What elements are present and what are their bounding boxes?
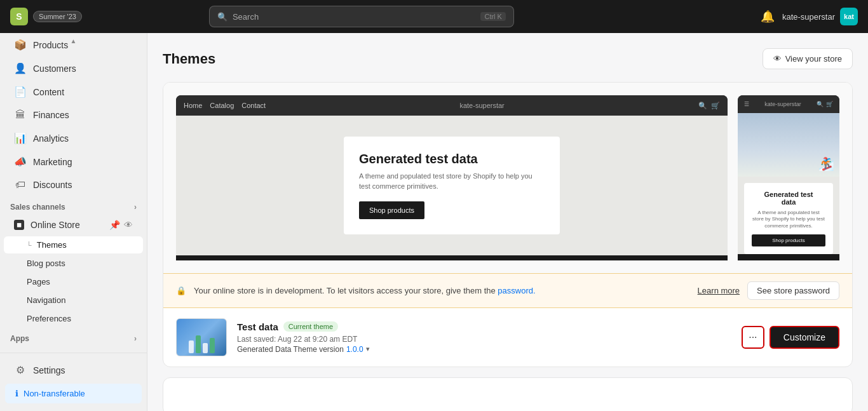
bar-2 [196, 335, 201, 353]
more-options-button[interactable]: ··· [742, 326, 764, 349]
mobile-menu-icon: ☰ [744, 101, 749, 107]
preview-mobile: ☰ kate-superstar 🔍 🛒 🏂 Genera [738, 95, 839, 260]
nontransferable-label: Non-transferable [24, 389, 85, 398]
finances-icon: 🏛 [14, 109, 27, 121]
sales-channels-expand-icon[interactable]: › [134, 203, 137, 212]
sales-channels-label: Sales channels [10, 203, 65, 212]
sidebar-sub-item-blog-posts[interactable]: Blog posts [4, 255, 143, 272]
bar-1 [189, 340, 194, 353]
sidebar-sub-item-preferences[interactable]: Preferences [4, 310, 143, 327]
theme-name-row: Test data Current theme [237, 321, 731, 332]
mobile-skier-icon: 🏂 [818, 156, 834, 172]
second-theme-card [163, 377, 853, 411]
mobile-cart-icon: 🛒 [826, 101, 833, 107]
preview-mobile-inner: Generated testdata A theme and populated… [744, 183, 833, 254]
version-dropdown-icon[interactable]: ▾ [366, 345, 370, 353]
main-content: Themes 👁 View your store Home Catalog Co… [147, 33, 868, 411]
sidebar-sub-item-themes[interactable]: └ Themes [4, 236, 143, 253]
preview-mobile-button: Shop products [752, 234, 825, 246]
sidebar-scroll-up[interactable]: ▲ [0, 33, 147, 48]
shopify-logo[interactable]: S Summer '23 [10, 8, 82, 25]
sidebar-item-marketing[interactable]: 📣 Marketing [4, 151, 143, 173]
see-password-button[interactable]: See store password [747, 281, 839, 300]
eye-icon[interactable]: 👁 [124, 220, 133, 230]
sidebar-sub-item-label: Navigation [27, 295, 65, 305]
settings-icon: ⚙ [14, 364, 27, 376]
password-link[interactable]: password. [498, 286, 535, 295]
sidebar-item-customers[interactable]: 👤 Customers [4, 57, 143, 79]
preview-site-name: kate-superstar [459, 102, 504, 109]
theme-saved: Last saved: Aug 22 at 9:20 am EDT [237, 335, 731, 344]
theme-version: Generated Data Theme version 1.0.0 ▾ [237, 345, 731, 354]
info-icon: ℹ [15, 389, 18, 398]
sidebar-item-analytics[interactable]: 📊 Analytics [4, 127, 143, 149]
summer-badge: Summer '23 [33, 11, 82, 22]
search-placeholder: Search [233, 12, 259, 22]
sidebar-item-finances[interactable]: 🏛 Finances [4, 104, 143, 126]
marketing-icon: 📣 [14, 156, 27, 168]
sidebar-item-label: Content [33, 87, 64, 97]
content-icon: 📄 [14, 86, 27, 98]
dev-banner-actions: Learn more See store password [698, 281, 839, 300]
mobile-site-name: kate-superstar [764, 101, 801, 107]
sidebar-sub-item-pages[interactable]: Pages [4, 273, 143, 290]
view-store-label: View your store [785, 54, 842, 64]
preview-mobile-bar: ☰ kate-superstar 🔍 🛒 [738, 95, 839, 113]
dev-banner-text: Your online store is in development. To … [194, 286, 690, 295]
user-chip[interactable]: kate-superstar kat [782, 8, 858, 25]
discounts-icon: 🏷 [14, 179, 27, 191]
theme-name: Test data [237, 321, 278, 332]
bar-4 [210, 338, 215, 353]
nav-contact: Contact [241, 102, 266, 109]
mobile-search-icon: 🔍 [817, 101, 824, 107]
preview-mobile-content: 🏂 Generated testdata A theme and populat… [738, 113, 839, 254]
sidebar-sub-item-navigation[interactable]: Navigation [4, 292, 143, 309]
sidebar-item-online-store[interactable]: ◼ Online Store 📌 👁 [4, 215, 143, 235]
version-link[interactable]: 1.0.0 [346, 345, 363, 354]
preview-shop-button: Shop products [359, 201, 424, 219]
top-navigation: S Summer '23 🔍 Search Ctrl K 🔔 kate-supe… [0, 0, 868, 33]
sidebar-item-settings[interactable]: ⚙ Settings [4, 359, 143, 381]
shopify-icon: S [10, 8, 28, 25]
username-label: kate-superstar [782, 12, 835, 22]
theme-card: Home Catalog Contact kate-superstar 🔍 🛒 … [163, 82, 853, 367]
notification-bell-icon[interactable]: 🔔 [761, 10, 775, 24]
dev-banner: 🔒 Your online store is in development. T… [163, 273, 852, 308]
sidebar-item-discounts[interactable]: 🏷 Discounts [4, 174, 143, 196]
apps-expand-icon[interactable]: › [134, 334, 137, 343]
sidebar-item-content[interactable]: 📄 Content [4, 81, 143, 103]
search-icon: 🔍 [698, 102, 707, 110]
pin-icon[interactable]: 📌 [109, 220, 120, 230]
preview-desktop: Home Catalog Contact kate-superstar 🔍 🛒 … [176, 95, 728, 260]
search-icon: 🔍 [217, 12, 227, 22]
lock-icon: 🔒 [176, 286, 186, 295]
preview-generated-desc: A theme and populated test store by Shop… [359, 172, 545, 191]
online-store-label: Online Store [31, 220, 80, 230]
customers-icon: 👤 [14, 62, 27, 74]
sidebar-item-label: Discounts [33, 180, 72, 190]
sub-item-arrow: └ [27, 241, 32, 249]
preview-desktop-icons: 🔍 🛒 [698, 102, 720, 110]
sidebar-item-label: Marketing [33, 157, 72, 167]
keyboard-shortcut: Ctrl K [480, 12, 506, 21]
learn-more-link[interactable]: Learn more [698, 286, 740, 295]
view-store-button[interactable]: 👁 View your store [763, 48, 853, 69]
page-title: Themes [163, 51, 215, 67]
preview-generated-title: Generated test data [359, 152, 545, 166]
bar-3 [203, 343, 208, 353]
search-bar[interactable]: 🔍 Search Ctrl K [209, 6, 514, 27]
current-theme-badge: Current theme [283, 321, 338, 332]
theme-thumbnail [176, 318, 227, 356]
sidebar-sub-item-label: Blog posts [27, 259, 65, 268]
nav-catalog: Catalog [210, 102, 234, 109]
theme-thumbnail-bars [189, 335, 215, 353]
apps-section: Apps › [0, 328, 147, 346]
sidebar: ▲ 📦 Products 👤 Customers 📄 Content 🏛 Fin… [0, 33, 147, 411]
sidebar-sub-item-label: Themes [37, 240, 67, 250]
customize-button[interactable]: Customize [770, 326, 839, 349]
theme-preview-area: Home Catalog Contact kate-superstar 🔍 🛒 … [163, 83, 852, 273]
settings-label: Settings [33, 365, 65, 375]
sidebar-bottom: ⚙ Settings ℹ Non-transferable [0, 353, 147, 411]
preview-generated-card: Generated test data A theme and populate… [344, 137, 560, 234]
apps-label: Apps [10, 334, 29, 343]
